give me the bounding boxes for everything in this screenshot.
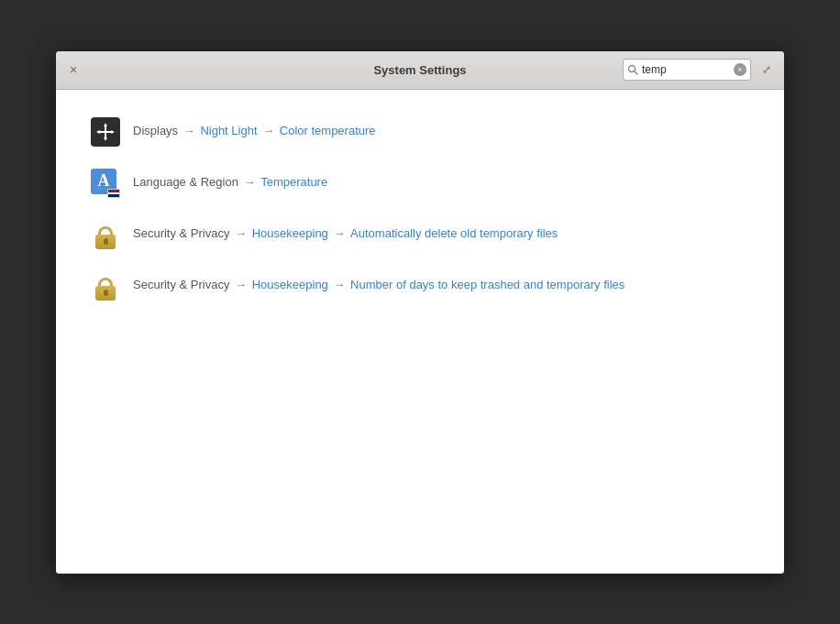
result-text: Language & Region → Temperature xyxy=(133,174,327,191)
list-item[interactable]: Security & Privacy → Housekeeping → Numb… xyxy=(83,262,757,310)
result-category: Security & Privacy xyxy=(133,278,229,291)
result-item: Number of days to keep trashed and tempo… xyxy=(350,278,624,291)
window-title: System Settings xyxy=(373,63,466,77)
close-button[interactable]: × xyxy=(65,61,82,78)
system-settings-window: × System Settings × ⤢ xyxy=(56,51,784,574)
result-subcategory: Housekeeping xyxy=(252,278,328,291)
search-icon xyxy=(627,64,638,75)
lock-icon xyxy=(91,271,120,301)
lock-body xyxy=(95,235,116,249)
result-item: Temperature xyxy=(260,175,327,189)
result-subcategory: Night Light xyxy=(200,124,257,137)
result-subcategory: Housekeeping xyxy=(252,226,328,240)
result-text: Displays → Night Light → Color temperatu… xyxy=(133,123,376,139)
lang-flag xyxy=(107,189,120,198)
svg-marker-6 xyxy=(96,130,100,134)
language-icon: A xyxy=(91,169,120,198)
displays-icon xyxy=(91,117,120,147)
list-item[interactable]: Security & Privacy → Housekeeping → Auto… xyxy=(83,211,757,258)
list-item[interactable]: Displays → Night Light → Color temperatu… xyxy=(83,108,757,156)
result-item: Automatically delete old temporary files xyxy=(350,226,558,240)
search-input[interactable] xyxy=(642,63,732,76)
result-text: Security & Privacy → Housekeeping → Numb… xyxy=(133,277,624,293)
results-content: Displays → Night Light → Color temperatu… xyxy=(56,90,784,574)
svg-marker-4 xyxy=(104,123,107,126)
svg-marker-5 xyxy=(104,137,107,141)
svg-line-1 xyxy=(635,71,637,74)
lock-keyhole xyxy=(104,290,108,296)
list-item[interactable]: A Language & Region → Temperature xyxy=(83,159,757,207)
svg-point-0 xyxy=(629,66,636,72)
result-text: Security & Privacy → Housekeeping → Auto… xyxy=(133,225,558,242)
lock-icon xyxy=(91,220,120,249)
lock-body xyxy=(95,286,116,301)
maximize-button[interactable]: ⤢ xyxy=(758,61,775,78)
search-clear-button[interactable]: × xyxy=(734,63,746,76)
result-item: Color temperature xyxy=(280,124,376,137)
result-category: Security & Privacy xyxy=(133,226,229,240)
titlebar: × System Settings × ⤢ xyxy=(56,51,784,90)
result-category: Language & Region xyxy=(133,175,238,189)
result-category: Displays xyxy=(133,124,178,137)
svg-marker-7 xyxy=(111,130,115,134)
search-area: × xyxy=(623,59,751,81)
search-box: × xyxy=(623,59,751,81)
lock-keyhole xyxy=(104,238,108,245)
